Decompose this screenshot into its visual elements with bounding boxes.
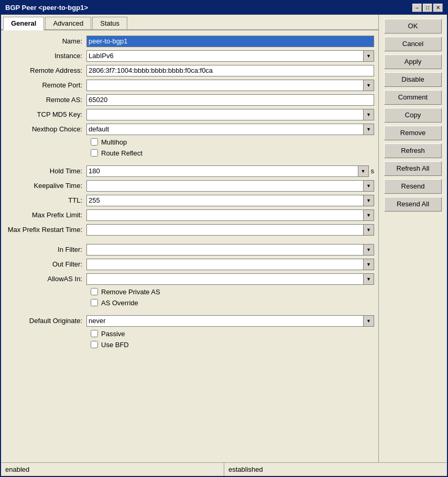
remote-port-row: Remote Port: ▼ <box>5 80 374 91</box>
ttl-row: TTL: ▼ <box>5 195 374 206</box>
remote-address-row: Remote Address: <box>5 65 374 76</box>
tcp-md5-row: TCP MD5 Key: ▼ <box>5 109 374 120</box>
max-prefix-limit-input[interactable] <box>86 209 364 221</box>
remove-button[interactable]: Remove <box>384 126 442 140</box>
cancel-button[interactable]: Cancel <box>384 37 442 51</box>
ttl-label: TTL: <box>5 196 86 204</box>
remove-private-as-label: Remove Private AS <box>101 288 160 296</box>
tab-general[interactable]: General <box>3 17 44 30</box>
route-reflect-row: Route Reflect <box>5 149 374 157</box>
disable-button[interactable]: Disable <box>384 72 442 87</box>
hold-time-unit: s <box>371 167 375 175</box>
apply-button[interactable]: Apply <box>384 54 442 69</box>
passive-label: Passive <box>101 330 125 338</box>
nexthop-arrow[interactable]: ▼ <box>364 124 374 135</box>
keepalive-input[interactable] <box>86 180 364 192</box>
use-bfd-row: Use BFD <box>5 341 374 349</box>
max-prefix-restart-label: Max Prefix Restart Time: <box>5 226 86 234</box>
max-prefix-restart-input[interactable] <box>86 224 364 236</box>
remote-port-label: Remote Port: <box>5 81 86 89</box>
in-filter-row: In Filter: ▼ <box>5 244 374 256</box>
remote-address-input[interactable] <box>86 65 374 76</box>
max-prefix-limit-arrow[interactable]: ▼ <box>364 209 374 221</box>
out-filter-arrow[interactable]: ▼ <box>364 259 374 270</box>
as-override-checkbox[interactable] <box>91 299 98 306</box>
instance-label: Instance: <box>5 52 86 60</box>
route-reflect-checkbox[interactable] <box>91 149 98 157</box>
in-filter-input[interactable] <box>86 244 364 256</box>
default-originate-input[interactable] <box>86 315 364 327</box>
tcp-md5-input[interactable] <box>86 109 364 120</box>
ok-button[interactable]: OK <box>384 19 442 34</box>
remote-as-label: Remote AS: <box>5 96 86 104</box>
ttl-wrapper: ▼ <box>86 195 374 206</box>
ttl-arrow[interactable]: ▼ <box>364 195 374 206</box>
status-bar: enabled established <box>1 462 447 476</box>
hold-time-arrow[interactable]: ▼ <box>358 165 369 177</box>
in-filter-label: In Filter: <box>5 246 86 253</box>
default-originate-wrapper: ▼ <box>86 315 374 327</box>
use-bfd-checkbox[interactable] <box>91 341 98 348</box>
max-prefix-restart-arrow[interactable]: ▼ <box>364 224 374 236</box>
keepalive-label: Keepalive Time: <box>5 182 86 190</box>
remove-private-as-checkbox[interactable] <box>91 288 98 295</box>
instance-input[interactable] <box>86 50 364 62</box>
default-originate-row: Default Originate: ▼ <box>5 315 374 327</box>
name-row: Name: <box>5 36 374 47</box>
title-bar-controls: – □ ✕ <box>412 4 443 12</box>
remote-port-input[interactable] <box>86 80 364 91</box>
tab-advanced[interactable]: Advanced <box>45 17 91 29</box>
form-area: Name: Instance: ▼ Remote Address: <box>1 30 378 462</box>
hold-time-label: Hold Time: <box>5 167 86 175</box>
out-filter-wrapper: ▼ <box>86 259 374 270</box>
in-filter-wrapper: ▼ <box>86 244 374 256</box>
allowas-in-wrapper: ▼ <box>86 273 374 285</box>
as-override-row: AS Override <box>5 299 374 307</box>
max-prefix-restart-row: Max Prefix Restart Time: ▼ <box>5 224 374 236</box>
resend-button[interactable]: Resend <box>384 179 442 194</box>
hold-time-row: Hold Time: ▼ s <box>5 165 374 177</box>
instance-row: Instance: ▼ <box>5 50 374 62</box>
tcp-md5-arrow[interactable]: ▼ <box>364 109 374 120</box>
use-bfd-label: Use BFD <box>101 341 129 349</box>
out-filter-label: Out Filter: <box>5 260 86 268</box>
close-button[interactable]: ✕ <box>433 4 443 12</box>
nexthop-wrapper: ▼ <box>86 124 374 135</box>
in-filter-arrow[interactable]: ▼ <box>364 244 374 256</box>
route-reflect-label: Route Reflect <box>101 149 143 157</box>
out-filter-row: Out Filter: ▼ <box>5 259 374 270</box>
multihop-checkbox[interactable] <box>91 138 98 146</box>
passive-checkbox[interactable] <box>91 330 98 337</box>
ttl-input[interactable] <box>86 195 364 206</box>
keepalive-arrow[interactable]: ▼ <box>364 180 374 192</box>
instance-wrapper: ▼ <box>86 50 374 62</box>
remote-port-wrapper: ▼ <box>86 80 374 91</box>
nexthop-input[interactable] <box>86 124 364 135</box>
remote-address-label: Remote Address: <box>5 66 86 74</box>
maximize-button[interactable]: □ <box>423 4 432 12</box>
max-prefix-restart-wrapper: ▼ <box>86 224 374 236</box>
tab-bar: General Advanced Status <box>1 15 378 30</box>
minimize-button[interactable]: – <box>412 4 422 12</box>
hold-time-input[interactable] <box>86 165 358 177</box>
out-filter-input[interactable] <box>86 259 364 270</box>
comment-button[interactable]: Comment <box>384 90 442 105</box>
resend-all-button[interactable]: Resend All <box>384 197 442 212</box>
copy-button[interactable]: Copy <box>384 108 442 123</box>
keepalive-row: Keepalive Time: ▼ <box>5 180 374 192</box>
default-originate-arrow[interactable]: ▼ <box>364 315 374 327</box>
refresh-button[interactable]: Refresh <box>384 143 442 158</box>
nexthop-label: Nexthop Choice: <box>5 125 86 133</box>
allowas-in-arrow[interactable]: ▼ <box>364 273 374 285</box>
allowas-in-row: AllowAS In: ▼ <box>5 273 374 285</box>
tab-status[interactable]: Status <box>92 17 127 29</box>
name-input[interactable] <box>86 36 374 47</box>
remote-as-input[interactable] <box>86 94 374 106</box>
refresh-all-button[interactable]: Refresh All <box>384 161 442 176</box>
instance-arrow[interactable]: ▼ <box>364 50 374 62</box>
remote-port-arrow[interactable]: ▼ <box>364 80 374 91</box>
nexthop-row: Nexthop Choice: ▼ <box>5 124 374 135</box>
max-prefix-limit-row: Max Prefix Limit: ▼ <box>5 209 374 221</box>
multihop-row: Multihop <box>5 138 374 146</box>
allowas-in-input[interactable] <box>86 273 364 285</box>
